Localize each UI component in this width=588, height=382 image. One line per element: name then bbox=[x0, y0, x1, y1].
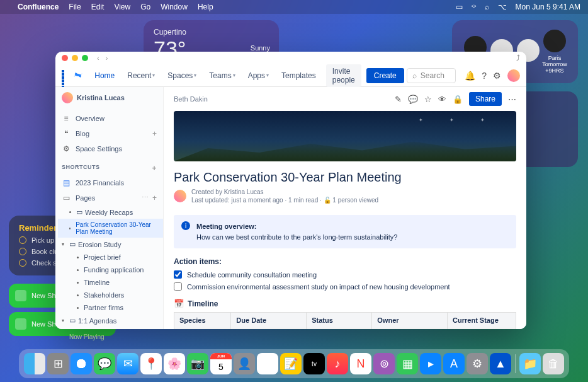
back-button[interactable]: ‹ bbox=[97, 54, 99, 62]
more-actions-icon[interactable]: ⋯ bbox=[508, 95, 516, 104]
forward-button[interactable]: › bbox=[106, 54, 108, 62]
notifications-icon[interactable]: 🔔 bbox=[465, 71, 475, 81]
star-icon[interactable]: ☆ bbox=[424, 95, 432, 104]
info-icon: i bbox=[181, 221, 190, 230]
page-icon: ▭ bbox=[69, 316, 76, 325]
menubar-app[interactable]: Confluence bbox=[18, 3, 59, 11]
page-title: Park Conservation 30-Year Plan Meeting bbox=[164, 161, 526, 188]
dock: ⊞ 💬 ✉ 📍 🌸 📷 JUN5 👤 ☰ 📝 tv ♪ N ⊚ ▦ ▸ A ⚙ … bbox=[19, 349, 569, 378]
dock-numbers[interactable]: ▦ bbox=[397, 353, 418, 374]
tree-stakeholders[interactable]: Stakeholders bbox=[58, 289, 163, 301]
add-shortcut-icon[interactable]: + bbox=[152, 164, 157, 173]
control-center-icon[interactable]: ⌥ bbox=[498, 3, 507, 11]
menu-file[interactable]: File bbox=[69, 3, 81, 11]
nav-home[interactable]: Home bbox=[89, 69, 120, 83]
battery-icon[interactable]: ▭ bbox=[456, 3, 463, 11]
share-icon[interactable]: ⤴ bbox=[516, 54, 520, 62]
sidebar-space-settings[interactable]: ⚙Space Settings bbox=[55, 141, 163, 156]
share-button[interactable]: Share bbox=[469, 92, 502, 106]
th-species: Species bbox=[174, 313, 231, 328]
dock-mail[interactable]: ✉ bbox=[117, 353, 139, 374]
dock-keynote[interactable]: ▸ bbox=[420, 353, 441, 374]
dock-trash[interactable]: 🗑 bbox=[543, 353, 564, 374]
help-icon[interactable]: ? bbox=[482, 71, 487, 81]
invite-people-button[interactable]: Invite people bbox=[326, 64, 361, 87]
sidebar-blog[interactable]: ❝Blog+ bbox=[55, 126, 163, 141]
action-item-2: Commission environmental assessment stud… bbox=[174, 281, 516, 292]
tree-timeline[interactable]: Timeline bbox=[58, 276, 163, 289]
dock-news[interactable]: N bbox=[350, 353, 371, 374]
page-cover-image bbox=[174, 111, 516, 161]
breadcrumb[interactable]: Beth Dakin bbox=[174, 95, 208, 103]
tree-park-conservation[interactable]: Park Conservation 30-Year Plan Meeting bbox=[58, 219, 163, 238]
sidebar-shortcut-financials[interactable]: ▤2023 Financials bbox=[55, 175, 163, 190]
dock-photos[interactable]: 🌸 bbox=[164, 353, 185, 374]
dock-safari[interactable] bbox=[71, 353, 92, 374]
checkbox-action-1[interactable] bbox=[174, 270, 182, 279]
restrictions-icon[interactable]: 🔒 bbox=[453, 95, 463, 104]
dock-messages[interactable]: 💬 bbox=[94, 353, 115, 374]
dock-notes[interactable]: 📝 bbox=[280, 353, 302, 374]
dock-downloads[interactable]: 📁 bbox=[519, 353, 541, 374]
edit-icon[interactable]: ✎ bbox=[395, 95, 402, 104]
sidebar-pages-header[interactable]: ▭Pages⋯+ bbox=[55, 190, 163, 205]
th-owner: Owner bbox=[372, 313, 448, 328]
menu-help[interactable]: Help bbox=[198, 3, 213, 11]
dock-facetime[interactable]: 📷 bbox=[187, 353, 208, 374]
app-switcher-icon[interactable] bbox=[62, 70, 67, 81]
nav-templates[interactable]: Templates bbox=[276, 69, 321, 83]
page-icon: ▭ bbox=[62, 194, 71, 202]
comment-icon[interactable]: 💬 bbox=[408, 95, 418, 104]
dock-tv[interactable]: tv bbox=[303, 353, 325, 374]
nav-teams[interactable]: Teams▾ bbox=[204, 69, 240, 83]
tree-funding[interactable]: Funding application bbox=[58, 263, 163, 276]
menu-window[interactable]: Window bbox=[161, 3, 188, 11]
nav-apps[interactable]: Apps▾ bbox=[243, 69, 274, 83]
wifi-icon[interactable]: ⌔ bbox=[472, 3, 476, 11]
dock-settings[interactable]: ⚙ bbox=[466, 353, 488, 374]
tree-project-brief[interactable]: Project brief bbox=[58, 251, 163, 263]
dock-appstore[interactable]: A bbox=[443, 353, 465, 374]
dock-finder[interactable] bbox=[24, 353, 45, 374]
dock-contacts[interactable]: 👤 bbox=[234, 353, 255, 374]
minimize-button[interactable] bbox=[72, 55, 78, 61]
dock-confluence[interactable]: ▲ bbox=[490, 353, 511, 374]
close-button[interactable] bbox=[62, 55, 68, 61]
search-input[interactable]: ⌕ Search bbox=[407, 68, 456, 83]
create-button[interactable]: Create bbox=[366, 68, 404, 83]
search-icon: ⌕ bbox=[412, 71, 417, 80]
tree-erosion-study[interactable]: ▾▭Erosion Study bbox=[58, 238, 163, 251]
dock-reminders[interactable]: ☰ bbox=[257, 353, 278, 374]
more-icon[interactable]: ⋯ bbox=[142, 194, 149, 202]
add-page-icon[interactable]: + bbox=[152, 194, 157, 202]
chevron-down-icon[interactable]: ▾ bbox=[62, 241, 64, 247]
confluence-logo-icon[interactable] bbox=[73, 70, 83, 81]
nav-spaces[interactable]: Spaces▾ bbox=[162, 69, 201, 83]
tree-weekly-recaps[interactable]: ▭Weekly Recaps bbox=[58, 205, 163, 219]
search-icon[interactable]: ⌕ bbox=[485, 3, 489, 11]
chevron-down-icon[interactable]: ▾ bbox=[62, 318, 64, 323]
dock-podcasts[interactable]: ⊚ bbox=[373, 353, 395, 374]
sidebar-overview[interactable]: ≡Overview bbox=[55, 111, 163, 126]
settings-icon[interactable]: ⚙ bbox=[493, 71, 501, 81]
sidebar-user[interactable]: Kristina Lucas bbox=[55, 87, 163, 108]
dock-music[interactable]: ♪ bbox=[327, 353, 348, 374]
dock-launchpad[interactable]: ⊞ bbox=[47, 353, 69, 374]
watch-icon[interactable]: 👁 bbox=[438, 95, 446, 104]
tree-agendas[interactable]: ▾▭1:1 Agendas bbox=[58, 314, 163, 327]
profile-avatar[interactable] bbox=[507, 69, 520, 82]
sidebar: Kristina Lucas ≡Overview ❝Blog+ ⚙Space S… bbox=[55, 87, 164, 329]
nav-recent[interactable]: Recent▾ bbox=[122, 69, 160, 83]
add-icon[interactable]: + bbox=[152, 129, 157, 138]
menu-go[interactable]: Go bbox=[140, 3, 150, 11]
dock-calendar[interactable]: JUN5 bbox=[210, 353, 232, 374]
dock-maps[interactable]: 📍 bbox=[140, 353, 162, 374]
now-playing-widget[interactable]: Now Playing bbox=[69, 333, 126, 344]
menu-edit[interactable]: Edit bbox=[91, 3, 105, 11]
th-due: Due Date bbox=[231, 313, 307, 328]
tree-partners[interactable]: Partner firms bbox=[58, 301, 163, 314]
fullscreen-button[interactable] bbox=[82, 55, 88, 61]
menu-view[interactable]: View bbox=[114, 3, 130, 11]
checkbox-action-2[interactable] bbox=[174, 282, 182, 291]
menubar-datetime[interactable]: Mon Jun 5 9:41 AM bbox=[516, 3, 580, 11]
